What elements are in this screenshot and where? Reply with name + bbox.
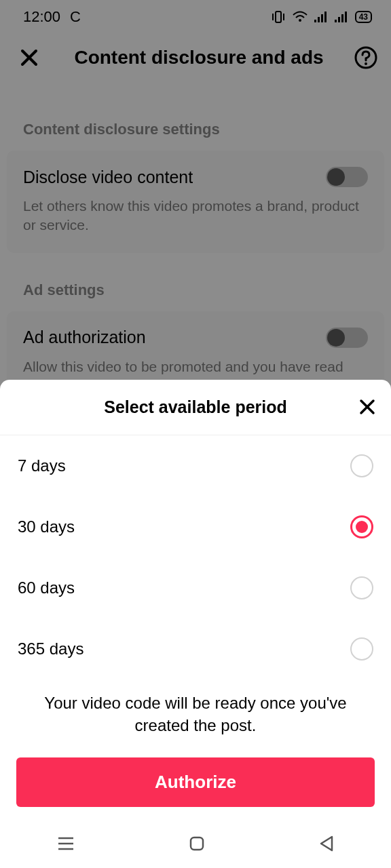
status-carrier: C: [70, 8, 81, 26]
svg-point-15: [365, 62, 367, 65]
period-option[interactable]: 30 days: [0, 496, 391, 557]
signal-icon: [314, 12, 328, 22]
home-icon[interactable]: [189, 835, 205, 852]
help-button[interactable]: [350, 46, 377, 69]
sheet-title: Select available period: [104, 397, 287, 417]
disclose-subtitle: Let others know this video promotes a br…: [23, 197, 368, 235]
period-sheet: Select available period 7 days30 days60 …: [0, 380, 391, 868]
radio-icon[interactable]: [350, 637, 373, 660]
wifi-icon: [293, 11, 308, 23]
period-option[interactable]: 60 days: [0, 557, 391, 618]
svg-rect-5: [318, 17, 320, 22]
svg-rect-7: [324, 12, 327, 22]
period-option[interactable]: 365 days: [0, 618, 391, 679]
recents-icon[interactable]: [57, 836, 75, 851]
disclose-toggle[interactable]: [326, 167, 368, 187]
adauth-toggle[interactable]: [326, 328, 368, 348]
period-option[interactable]: 7 days: [0, 435, 391, 496]
period-option-label: 7 days: [18, 456, 66, 475]
adauth-title: Ad authorization: [23, 328, 146, 347]
android-navbar: [0, 819, 391, 868]
back-icon[interactable]: [319, 835, 334, 852]
section-content-disclosure: Content disclosure settings: [0, 81, 391, 151]
radio-icon[interactable]: [350, 515, 373, 538]
authorize-button[interactable]: Authorize: [16, 757, 375, 807]
sheet-close-button[interactable]: [358, 398, 376, 416]
sheet-hint: Your video code will be ready once you'v…: [0, 679, 391, 757]
vibrate-icon: [271, 11, 286, 23]
svg-rect-6: [321, 14, 323, 22]
battery-icon: 43: [355, 11, 372, 23]
signal-icon-2: [335, 12, 348, 22]
svg-point-3: [299, 19, 301, 22]
period-option-label: 30 days: [18, 517, 75, 536]
radio-icon[interactable]: [350, 576, 373, 599]
section-ad-settings: Ad settings: [0, 253, 391, 311]
close-button[interactable]: [20, 49, 48, 66]
status-bar: 12:00 C 43: [0, 0, 391, 33]
period-option-label: 365 days: [18, 639, 83, 658]
svg-rect-21: [191, 837, 203, 850]
svg-rect-11: [345, 12, 347, 22]
svg-rect-10: [341, 14, 343, 22]
svg-rect-8: [335, 20, 337, 22]
period-option-label: 60 days: [18, 578, 75, 597]
radio-icon[interactable]: [350, 454, 373, 477]
svg-rect-0: [276, 12, 281, 22]
svg-rect-4: [314, 20, 316, 22]
page-title: Content disclosure and ads: [48, 47, 350, 68]
status-time: 12:00: [23, 8, 60, 26]
svg-rect-9: [338, 17, 340, 22]
page-header: Content disclosure and ads: [0, 33, 391, 81]
disclose-card: Disclose video content Let others know t…: [7, 151, 384, 253]
disclose-title: Disclose video content: [23, 167, 193, 187]
